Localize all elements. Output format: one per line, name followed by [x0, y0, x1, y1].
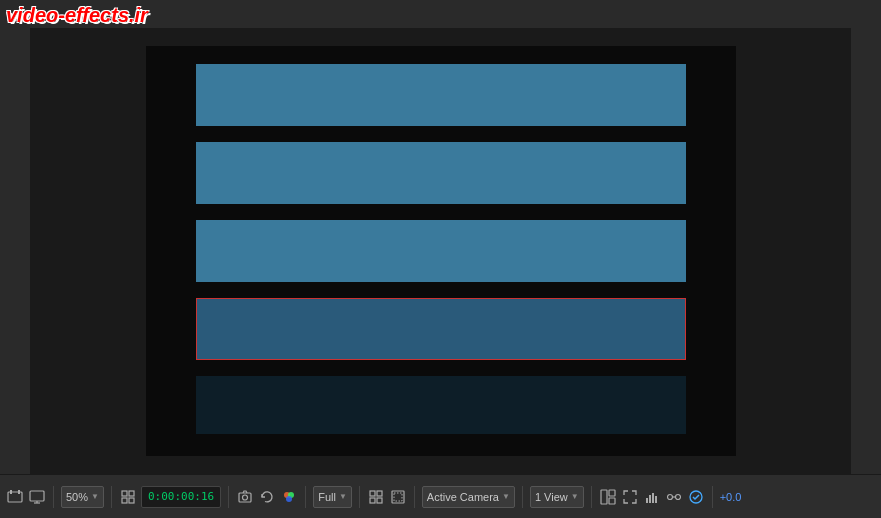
- svg-rect-20: [394, 493, 402, 501]
- svg-rect-22: [609, 490, 615, 496]
- svg-point-28: [667, 494, 672, 499]
- svg-rect-9: [129, 498, 134, 503]
- view-mode-dropdown[interactable]: 1 View ▼: [530, 486, 584, 508]
- svg-rect-24: [646, 498, 648, 503]
- footage-icon[interactable]: [6, 488, 24, 506]
- svg-rect-7: [129, 491, 134, 496]
- timecode-value: 0:00:00:16: [148, 490, 214, 503]
- zoom-dropdown[interactable]: 50% ▼: [61, 486, 104, 508]
- svg-rect-27: [655, 496, 657, 503]
- resolution-arrow: ▼: [339, 492, 347, 501]
- sep7: [522, 486, 523, 508]
- reset-icon[interactable]: [258, 488, 276, 506]
- render-icon[interactable]: [687, 488, 705, 506]
- exposure-value[interactable]: +0.0: [720, 491, 742, 503]
- sep9: [712, 486, 713, 508]
- resolution-dropdown[interactable]: Full ▼: [313, 486, 352, 508]
- svg-rect-18: [377, 498, 382, 503]
- svg-rect-23: [609, 498, 615, 504]
- bar-row-2: [196, 142, 686, 204]
- sep6: [414, 486, 415, 508]
- svg-rect-25: [649, 495, 651, 503]
- svg-rect-8: [122, 498, 127, 503]
- active-camera-value: Active Camera: [427, 491, 499, 503]
- color-icon[interactable]: [280, 488, 298, 506]
- svg-rect-17: [370, 498, 375, 503]
- bar-row-3: [196, 220, 686, 282]
- svg-rect-21: [601, 490, 607, 504]
- svg-rect-6: [122, 491, 127, 496]
- sep3: [228, 486, 229, 508]
- view-mode-arrow: ▼: [571, 492, 579, 501]
- bar-row-4-selected: [196, 298, 686, 360]
- safe-zones-icon[interactable]: [389, 488, 407, 506]
- sep4: [305, 486, 306, 508]
- svg-point-14: [286, 496, 292, 502]
- sep5: [359, 486, 360, 508]
- viewport: [146, 46, 736, 456]
- bar-row-1: [196, 64, 686, 126]
- svg-rect-16: [377, 491, 382, 496]
- svg-rect-15: [370, 491, 375, 496]
- sep8: [591, 486, 592, 508]
- view-mode-value: 1 View: [535, 491, 568, 503]
- svg-point-11: [243, 495, 248, 500]
- svg-rect-10: [239, 493, 251, 502]
- toolbar: 50% ▼ 0:00:00:16 Full ▼ Active Camera ▼: [0, 474, 881, 518]
- fit-icon[interactable]: [119, 488, 137, 506]
- viewport-container: [30, 28, 851, 474]
- resolution-value: Full: [318, 491, 336, 503]
- timecode-display[interactable]: 0:00:00:16: [141, 486, 221, 508]
- active-camera-dropdown[interactable]: Active Camera ▼: [422, 486, 515, 508]
- waveform-icon[interactable]: [665, 488, 683, 506]
- expand-icon[interactable]: [621, 488, 639, 506]
- zoom-arrow: ▼: [91, 492, 99, 501]
- svg-rect-2: [18, 490, 20, 494]
- sep2: [111, 486, 112, 508]
- camera-dropdown-arrow: ▼: [502, 492, 510, 501]
- svg-rect-1: [10, 490, 12, 494]
- svg-rect-26: [652, 493, 654, 503]
- bar-row-5: [196, 376, 686, 434]
- grid-icon[interactable]: [367, 488, 385, 506]
- svg-rect-3: [30, 491, 44, 501]
- watermark: video-effects.ir: [6, 4, 148, 27]
- sep1: [53, 486, 54, 508]
- layout-icon[interactable]: [599, 488, 617, 506]
- zoom-value: 50%: [66, 491, 88, 503]
- svg-point-29: [675, 494, 680, 499]
- histogram-icon[interactable]: [643, 488, 661, 506]
- camera-snap-icon[interactable]: [236, 488, 254, 506]
- monitor-icon[interactable]: [28, 488, 46, 506]
